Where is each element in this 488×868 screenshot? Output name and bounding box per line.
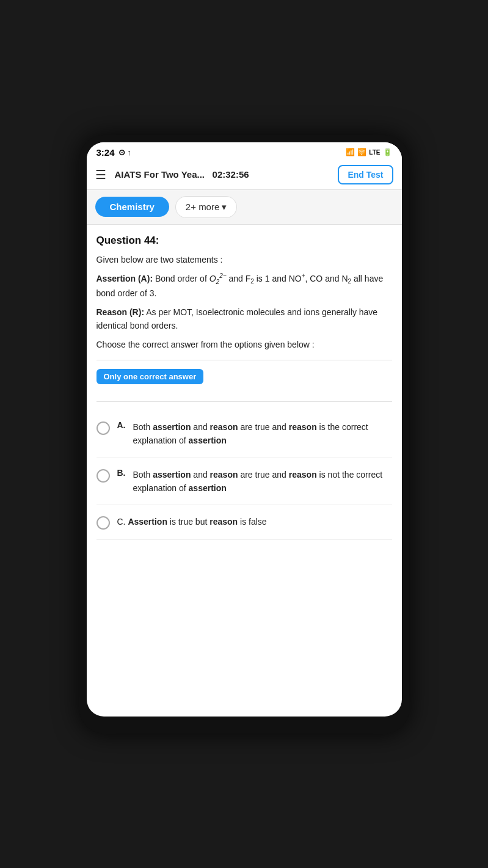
option-text-c: C. Assertion is true but reason is false [117,515,267,528]
divider-1 [97,360,392,360]
tab-chemistry[interactable]: Chemistry [95,197,169,217]
status-icons: 📶 🛜 LTE 🔋 [346,148,391,156]
end-test-button[interactable]: End Test [338,165,393,184]
content-area: Question 44: Given below are two stateme… [87,225,402,550]
battery-icon: 🔋 [383,148,392,156]
question-intro: Given below are two statements : [97,253,392,266]
assertion-label: Assertion (A): [97,274,153,283]
option-item-c[interactable]: C. Assertion is true but reason is false [97,505,392,540]
status-extra-icons: ⊙ ↑ [118,148,131,157]
status-time: 3:24 [97,147,115,158]
divider-2 [97,401,392,402]
tab-more[interactable]: 2+ more ▾ [175,196,237,218]
radio-c[interactable] [97,516,110,530]
lte-label: LTE [369,149,380,156]
phone-frame: 3:24 ⊙ ↑ 📶 🛜 LTE 🔋 ☰ AIATS For Two Yea..… [79,135,409,734]
options-list: A. Both assertion and reason are true an… [97,410,392,541]
tab-bar: Chemistry 2+ more ▾ [87,190,402,225]
status-left: 3:24 ⊙ ↑ [97,147,131,158]
option-label-a: A. [117,420,126,430]
status-bar: 3:24 ⊙ ↑ 📶 🛜 LTE 🔋 [87,142,402,160]
question-reason: Reason (R): As per MOT, Isoelectronic mo… [97,305,392,333]
signal-icon: 📶 [346,148,355,156]
option-text-b: Both assertion and reason are true and r… [133,468,392,495]
radio-a[interactable] [97,421,110,435]
chevron-down-icon: ▾ [222,202,227,213]
question-assertion: Assertion (A): Bond order of O22− and F2… [97,271,392,301]
reason-label: Reason (R): [97,307,145,317]
phone-screen: 3:24 ⊙ ↑ 📶 🛜 LTE 🔋 ☰ AIATS For Two Yea..… [87,142,402,717]
option-item-a[interactable]: A. Both assertion and reason are true an… [97,410,392,458]
question-choose: Choose the correct answer from the optio… [97,338,392,351]
radio-b[interactable] [97,469,110,483]
hamburger-icon[interactable]: ☰ [95,167,106,182]
header: ☰ AIATS For Two Yea... 02:32:56 End Test [87,160,402,190]
option-label-b: B. [117,468,126,478]
formula-o2: O22− [209,274,227,283]
header-timer: 02:32:56 [213,169,249,180]
option-text-a: Both assertion and reason are true and r… [133,420,392,448]
header-title: AIATS For Two Yea... 02:32:56 [115,169,332,180]
question-number: Question 44: [97,235,392,247]
wifi-icon: 🛜 [357,148,366,156]
option-item-b[interactable]: B. Both assertion and reason are true an… [97,458,392,506]
only-one-badge: Only one correct answer [97,369,204,384]
